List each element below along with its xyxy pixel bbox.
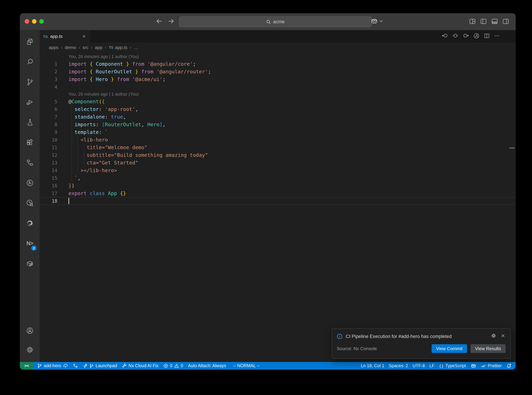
code-line[interactable]: 14 ></lib-hero> [40,167,516,174]
activity-search[interactable] [20,52,40,72]
code-line[interactable]: 18 [40,197,516,205]
activity-containers[interactable] [20,253,40,274]
activity-edge-tools[interactable] [20,213,40,233]
remote-indicator[interactable]: >< [20,362,34,370]
encoding-status[interactable]: UTF-8 [413,363,425,368]
commit-graph-button[interactable] [73,363,78,368]
language-mode-status[interactable]: {} TypeScript [439,363,466,368]
activity-run-debug[interactable] [20,92,40,112]
tab-close-button[interactable] [82,34,86,38]
code-line[interactable]: 5@Component({ [40,98,516,105]
code-line[interactable]: 4 [40,83,516,91]
code-line[interactable]: 3import { Hero } from '@acme/ui'; [40,76,516,83]
notification-settings-button[interactable] [491,333,496,340]
code-line[interactable]: 9 template: ` [40,128,516,136]
code-line[interactable]: 2import { RouterOutlet } from '@angular/… [40,68,516,76]
activity-source-control[interactable] [20,72,40,92]
split-editor-button[interactable] [484,33,490,40]
split-editor-icon [484,33,490,38]
code-line[interactable]: 13 cta="Get Started" [40,159,516,167]
view-results-button[interactable]: View Results [471,344,505,353]
line-number: 6 [40,106,57,112]
search-value: acme [273,19,285,24]
indent-guide [84,144,84,151]
codelens-blame[interactable]: You, 26 minutes ago | 1 author (You) [40,53,516,60]
gitlens-next-change-button[interactable] [463,33,469,40]
tab-app-ts[interactable]: TS app.ts [40,30,90,42]
gitlens-prev-change-button[interactable] [442,33,448,40]
cloud-upload-icon [63,363,68,368]
view-commit-button[interactable]: View Commit [432,344,467,353]
settings-button[interactable] [20,340,40,359]
history-back-button[interactable] [155,17,163,25]
toggle-secondary-sidebar-button[interactable] [503,19,509,25]
command-center-search[interactable]: acme [179,16,372,27]
search-icon [266,19,271,24]
code-line[interactable]: 11 title="Welcmoe demo" [40,144,516,151]
activity-extensions[interactable] [20,132,40,153]
ellipsis-icon [494,33,500,38]
toggle-panel-button[interactable] [492,19,498,25]
code-line[interactable]: 1import { Component } from '@angular/cor… [40,60,516,68]
maximize-window-button[interactable] [39,19,44,24]
line-content: imports: [RouterOutlet, Hero], [69,121,166,128]
braces-icon: {} [439,363,444,368]
code-line[interactable]: 8 imports: [RouterOutlet, Hero], [40,121,516,128]
source-control-icon [26,78,34,86]
toggle-primary-sidebar-button[interactable] [481,19,486,25]
activity-hierarchy[interactable] [20,153,40,173]
more-actions-button[interactable] [494,33,500,40]
nx-cloud-fix-button[interactable]: Nx Cloud AI Fix [122,363,158,368]
indentation-status[interactable]: Spaces: 2 [389,363,408,368]
code-line[interactable]: 10 <lib-hero [40,136,516,144]
auto-attach-status[interactable]: Auto Attach: Always [188,363,226,368]
history-forward-button[interactable] [167,17,175,25]
activity-project-graph[interactable] [20,173,40,193]
indent-guide [71,159,72,167]
notification-close-button[interactable] [500,333,505,340]
code-line[interactable]: 17export class App {} [40,190,516,197]
indent-guide [84,159,84,167]
code-editor[interactable]: You, 26 minutes ago | 1 author (You)1imp… [40,53,516,362]
eol-status[interactable]: LF [430,363,435,368]
problems-status[interactable]: 0 0 [163,363,183,368]
copilot-menu-button[interactable] [371,18,383,25]
git-branch-status[interactable]: add-hero [37,363,68,368]
activity-graph-search[interactable] [20,193,40,213]
breadcrumb-file[interactable]: TS app.ts [109,45,127,50]
breadcrumb-file-label: app.ts [115,45,127,50]
code-line[interactable]: 12 subtitle="Build something amazing tod… [40,151,516,159]
breadcrumb-symbol[interactable]: … [134,45,138,50]
vim-mode-status[interactable]: -- NORMAL -- [233,363,260,368]
formatter-status[interactable]: Prettier [481,363,502,368]
code-line[interactable]: 15 `, [40,174,516,182]
code-line[interactable]: 7 standalone: true, [40,113,516,121]
close-window-button[interactable] [25,19,29,24]
breadcrumb-item[interactable]: demo [65,45,76,50]
code-line[interactable]: 6 selector: 'app-root', [40,105,516,113]
cursor-position-status[interactable]: Ln 18, Col 1 [361,363,384,368]
code-line[interactable]: 16}) [40,182,516,190]
wrench-icon [122,363,127,368]
nx-badge: 2 [31,246,37,251]
activity-testing[interactable] [20,112,40,132]
breadcrumb-item[interactable]: app [95,45,102,50]
account-button[interactable] [20,321,40,340]
gitlens-blame-button[interactable] [452,33,458,40]
codelens-blame[interactable]: You, 26 minutes ago | 1 author (You) [40,91,516,98]
hierarchy-icon [26,159,34,167]
notifications-bell-button[interactable] [506,363,511,368]
breadcrumb-item[interactable]: src [82,45,89,50]
activity-explorer[interactable] [20,32,40,52]
vscode-window: acme [20,13,516,370]
eol-label: LF [430,363,435,368]
copilot-status[interactable] [470,363,476,368]
launchpad-button[interactable]: Launchpad [83,363,117,368]
customize-layout-button[interactable] [469,19,475,25]
indentation-label: Spaces: 2 [389,363,408,368]
branch-name: add-hero [44,363,61,368]
nx-graph-button[interactable] [473,33,479,40]
minimize-window-button[interactable] [32,19,37,24]
activity-nx-console[interactable]: N> 2 [20,233,40,253]
breadcrumb-item[interactable]: apps [49,45,58,50]
